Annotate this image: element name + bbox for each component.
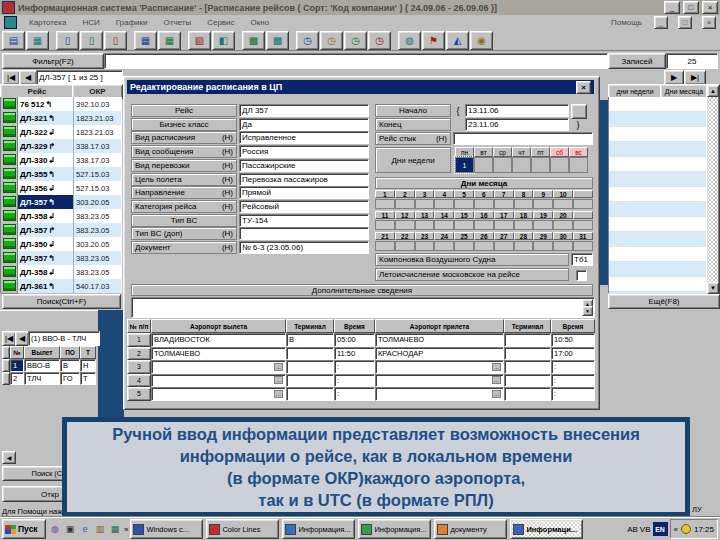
flight-number-cell[interactable]: ДЛ-358↲ — [18, 265, 74, 279]
toolbar-button-15[interactable]: ◷ — [368, 31, 391, 50]
monthday-number[interactable]: 24 — [434, 232, 454, 240]
menu-item-5[interactable]: Сервис — [205, 18, 236, 27]
segment-first-button[interactable]: |◀ — [2, 331, 16, 346]
ellipsis-icon[interactable]: ... — [274, 376, 283, 384]
monthday-number[interactable]: 31 — [573, 232, 593, 240]
departure-terminal-field[interactable]: В — [286, 333, 334, 347]
monthday-cell[interactable] — [395, 220, 415, 230]
segment-table-row[interactable]: 1ВВО-ВВН — [2, 359, 96, 372]
menu-item-3[interactable]: Графики — [114, 18, 150, 27]
minimize-button[interactable]: _ — [664, 1, 680, 14]
monthday-cell[interactable] — [474, 241, 494, 251]
monthday-cell[interactable] — [514, 220, 534, 230]
flight-list-row[interactable]: ДЛ-330↲338.17.03 — [1, 153, 121, 167]
monthday-cell[interactable] — [415, 199, 435, 209]
flight-number-cell[interactable]: ДЛ-356↲ — [18, 181, 74, 195]
arrival-time-field[interactable]: : — [551, 360, 595, 374]
monthday-number[interactable]: 3 — [415, 190, 435, 198]
ie-icon[interactable]: e — [78, 522, 92, 536]
toolbar-button-1[interactable]: ▤ — [2, 31, 25, 50]
arrival-terminal-field[interactable] — [504, 333, 551, 347]
toolbar-button-16[interactable]: ◍ — [398, 31, 421, 50]
monthday-cell[interactable] — [494, 199, 514, 209]
monthday-cell[interactable] — [533, 220, 553, 230]
ellipsis-icon[interactable]: ... — [492, 376, 501, 384]
departure-time-field[interactable]: : — [334, 387, 375, 401]
monthday-number[interactable]: 2 — [395, 190, 415, 198]
toolbar-button-11[interactable]: ▩ — [266, 31, 289, 50]
flight-list-row[interactable]: ДЛ-329↱338.17.03 — [1, 139, 121, 153]
monthday-number[interactable]: 30 — [553, 232, 573, 240]
menu-help[interactable]: Помощь — [609, 18, 644, 27]
monthday-cell[interactable] — [454, 199, 474, 209]
toolbar-button-9[interactable]: ◧ — [212, 31, 235, 50]
monthday-cell[interactable] — [474, 199, 494, 209]
flight-list-row[interactable]: ДЛ-358↲383.23.05 — [1, 209, 121, 223]
flight-number-cell[interactable]: ДЛ-355↰ — [18, 167, 74, 181]
monthday-cell[interactable] — [454, 241, 474, 251]
flight-number-cell[interactable]: ДЛ-321↰ — [18, 111, 74, 125]
flight-number-cell[interactable]: ДЛ-330↲ — [18, 153, 74, 167]
monthday-cell[interactable] — [533, 199, 553, 209]
route-column-header-5[interactable]: Аэропорт прилета — [375, 319, 504, 333]
start-date-field[interactable]: 13.11.06 — [465, 104, 569, 117]
field-value-2[interactable]: Да — [239, 118, 369, 131]
timezone-checkbox[interactable] — [576, 270, 587, 281]
field-value-9[interactable]: ТУ-154 — [239, 214, 369, 227]
route-column-header-3[interactable]: Терминал — [286, 319, 334, 333]
flight-number-cell[interactable]: 76 512↰ — [18, 97, 74, 111]
monthday-cell[interactable] — [434, 199, 454, 209]
segment-column-header-3[interactable]: ПО — [60, 346, 80, 359]
flight-number-cell[interactable]: ДЛ-357↰ — [18, 195, 74, 209]
toolbar-button-19[interactable]: ◉ — [470, 31, 493, 50]
toolbar-button-12[interactable]: ◷ — [296, 31, 319, 50]
arrival-terminal-field[interactable] — [504, 347, 551, 361]
departure-time-field[interactable]: 05:00 — [334, 333, 375, 347]
segment-table-row[interactable]: 2ТЛЧГОТ — [2, 372, 96, 385]
scroll-down-icon[interactable]: ▼ — [707, 282, 719, 294]
segment-column-header-2[interactable]: Вылет — [24, 346, 60, 359]
toolbar-button-13[interactable]: ◷ — [320, 31, 343, 50]
ellipsis-icon[interactable]: ... — [274, 363, 283, 371]
task-button-3[interactable]: Информация... — [282, 519, 355, 539]
departure-airport-field[interactable]: ... — [151, 387, 286, 401]
field-value-7[interactable]: Прямой — [239, 186, 369, 199]
end-date-field[interactable]: 23.11.06 — [465, 118, 569, 131]
toolbar-button-5[interactable]: ▯ — [104, 31, 127, 50]
departure-airport-field[interactable]: ... — [151, 374, 286, 388]
arrival-time-field[interactable]: : — [551, 387, 595, 401]
route-column-header-7[interactable]: Время — [551, 319, 595, 333]
arrival-airport-field[interactable]: КРАСНОДАР — [375, 347, 504, 361]
monthday-number[interactable]: 26 — [474, 232, 494, 240]
weekday-cell[interactable] — [474, 157, 493, 173]
departure-time-field[interactable]: : — [334, 360, 375, 374]
arrival-airport-field[interactable]: ... — [375, 360, 504, 374]
weekday-header[interactable]: пт — [531, 147, 550, 157]
monthday-number[interactable]: 6 — [474, 190, 494, 198]
departure-airport-field[interactable]: ... — [151, 360, 286, 374]
tray-chevron-icon[interactable]: « — [674, 525, 678, 534]
monthday-cell[interactable] — [474, 220, 494, 230]
monthday-cell[interactable] — [434, 241, 454, 251]
ellipsis-icon[interactable]: ... — [492, 390, 501, 398]
toolbar-button-6[interactable]: ▦ — [134, 31, 157, 50]
monthday-number[interactable]: 5 — [454, 190, 474, 198]
outlook-icon[interactable]: ▣ — [63, 522, 77, 536]
monthday-number[interactable]: 21 — [375, 232, 395, 240]
field-value-1[interactable]: ДЛ 357 — [239, 104, 369, 117]
monthday-number[interactable]: 17 — [494, 211, 514, 219]
weekday-header[interactable]: сб — [550, 147, 569, 157]
flight-list-row[interactable]: ДЛ-357↰383.23.05 — [1, 251, 121, 265]
media-icon[interactable]: ▥ — [93, 522, 107, 536]
prev-record-button[interactable]: ◀ — [19, 70, 37, 85]
restore-button[interactable]: □ — [683, 1, 699, 14]
monthday-number[interactable]: 1 — [375, 190, 395, 198]
monthday-cell[interactable] — [375, 241, 395, 251]
monthday-cell[interactable] — [553, 241, 573, 251]
monthday-cell[interactable] — [573, 199, 593, 209]
flight-number-cell[interactable]: ДЛ-357↰ — [18, 251, 74, 265]
field-value-10[interactable] — [239, 227, 369, 240]
task-button-1[interactable]: Windows с... — [130, 519, 203, 539]
route-column-header-1[interactable]: № п/п — [127, 319, 151, 333]
arrival-airport-field[interactable]: ТОЛМАЧЕВО — [375, 333, 504, 347]
